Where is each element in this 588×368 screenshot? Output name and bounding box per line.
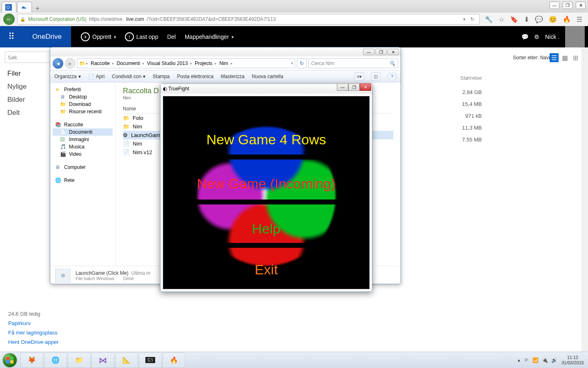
tray-flag-icon[interactable]: 🏳 [524,357,529,363]
crumb[interactable]: Raccolte [89,61,111,66]
chat-icon[interactable]: 💬 [535,16,543,23]
email-button[interactable]: Posta elettronica [177,74,213,79]
face-icon[interactable]: 😊 [549,16,557,23]
tree-music[interactable]: 🎵Musica [53,143,113,150]
page-scrollbar[interactable] [581,47,588,352]
view-details-button[interactable]: ⊞ [571,53,580,62]
taskbar-explorer[interactable]: 📁 [68,352,91,368]
menu-new-game-incoming[interactable]: New Game (Incoming) [163,176,369,192]
tree-documents[interactable]: 📄Documenti [53,128,113,136]
tree-download[interactable]: 📁Download [53,101,113,108]
tree-computer[interactable]: 🖥Computer [53,164,113,171]
taskbar-firefox-dev[interactable]: 🌐 [44,352,67,368]
crumb[interactable]: Projects [193,61,214,66]
user-name[interactable]: Nick . [545,34,559,40]
sharewith-button[interactable]: Condividi con ▾ [112,74,145,79]
tree-libraries[interactable]: 📚Raccolte [53,121,113,128]
explorer-titlebar[interactable]: — ❐ ✕ [50,47,401,56]
reload-icon[interactable]: ↻ [468,16,477,22]
truefight-max-button[interactable]: ❐ [348,83,360,91]
menu-divider [163,243,369,248]
print-button[interactable]: Stampa [153,74,169,79]
taskbar-truefight[interactable]: 🔥 [163,352,185,368]
view-grid-button[interactable]: ▦ [560,53,569,62]
explorer-min-button[interactable]: — [363,49,374,55]
get-apps-link[interactable]: Hent OneDrive-apper [8,339,63,345]
taskbar-app[interactable]: 📐 [115,352,138,368]
menu-new-game-4rows[interactable]: New Game 4 Rows [163,132,369,148]
taskbar-firefox[interactable]: 🦊 [20,352,43,368]
tray-expand-icon[interactable]: ▴ [518,357,520,363]
create-button[interactable]: +Opprett ▾ [81,32,116,41]
truefight-min-button[interactable]: — [337,83,348,91]
menu-icon[interactable]: ☰ [577,16,582,23]
explorer-max-button[interactable]: ❐ [375,49,387,55]
wrench-icon[interactable]: 🔧 [485,16,493,23]
get-storage-link[interactable]: Få mer lagringsplass [8,330,63,336]
explorer-refresh-button[interactable]: ↻ [297,58,307,68]
status-thumbnail: ⚙ [55,269,71,283]
tray-volume-icon[interactable]: 🔊 [551,357,557,363]
clock-date: 31/03/2015 [561,360,584,366]
tree-desktop[interactable]: 🖥Desktop [53,93,113,101]
window-max-button[interactable]: ❐ [563,2,572,9]
newfolder-button[interactable]: Nuova cartella [252,74,283,79]
messages-icon[interactable]: 💬 [521,34,528,40]
crumb[interactable]: Nim [218,61,229,66]
tab-outlook[interactable]: O [2,2,16,12]
explorer-search-input[interactable]: Cerca Nim🔍 [308,58,398,68]
organize-button[interactable]: Organizza ▾ [54,74,81,79]
sidebar-bottom: 24,6 GB ledig Papirkurv Få mer lagringsp… [0,307,71,348]
burn-button[interactable]: Masterizza [221,74,245,79]
folder-actions-button[interactable]: Mappehandlinger ▾ [185,34,233,40]
url-box[interactable]: 🔒 Microsoft Corporation (US) https://one… [17,14,480,25]
window-close-button[interactable]: ✕ [576,2,586,9]
tree-favorites[interactable]: ★Preferiti [53,86,113,93]
share-button[interactable]: Del [167,34,176,40]
tree-network[interactable]: 🌐Rete [53,177,113,184]
size-value: 971 kB [460,110,482,122]
breadcrumb[interactable]: 📁▸ Raccolte▸ Documenti▸ Visual Studio 20… [77,58,295,68]
tree-video[interactable]: 🎬Video [53,150,113,158]
tree-recent[interactable]: 📁Risorse recenti [53,108,113,115]
open-button[interactable]: 📄 Apri [88,74,105,79]
start-button[interactable] [0,352,20,368]
tab-onedrive[interactable] [17,2,32,12]
taskbar-visualstudio[interactable]: ⋈ [91,352,114,368]
upload-button[interactable]: ↑Last opp [125,32,158,41]
url-host: live.com [126,16,144,22]
taskbar-clock[interactable]: 11:12 31/03/2015 [561,355,584,366]
menu-exit[interactable]: Exit [163,262,369,278]
tray-power-icon[interactable]: 🔌 [542,357,548,363]
window-min-button[interactable]: — [550,2,559,9]
onedrive-brand[interactable]: OneDrive [23,26,71,47]
explorer-back-button[interactable]: ◄ [53,58,63,69]
browser-back-button[interactable]: ← [3,13,15,25]
download-icon[interactable]: ⬇ [524,16,529,23]
view-mode-button[interactable]: ≡▾ [355,72,364,81]
explorer-close-button[interactable]: ✕ [388,49,399,55]
star-icon[interactable]: ☆ [499,16,504,23]
taskbar-cmd[interactable]: C:\ [139,352,162,368]
help-button[interactable]: ? [388,72,396,81]
onedrive-header: ⠿ OneDrive +Opprett ▾ ↑Last opp Del Mapp… [0,26,588,47]
recycle-bin-link[interactable]: Papirkurv [8,320,63,326]
preview-pane-button[interactable]: ◫ [371,72,380,81]
settings-icon[interactable]: ⚙ [534,34,539,40]
lock-icon: 🔒 [20,17,26,22]
sort-control[interactable]: Sorter etter: Navn ▾ [513,55,555,61]
crumb[interactable]: Documenti [115,61,142,66]
new-tab-button[interactable]: + [33,5,42,12]
truefight-close-button[interactable]: ✕ [360,83,371,91]
menu-help[interactable]: Help [163,221,369,237]
view-list-button[interactable]: ☰ [550,53,559,62]
dropdown-icon[interactable]: ▾ [463,16,466,22]
tree-pictures[interactable]: 🖼Immagini [53,136,113,143]
tray-network-icon[interactable]: 📶 [532,357,539,363]
truefight-titlebar[interactable]: ◐ TrueFight — ❐ ✕ [160,84,372,94]
crumb[interactable]: Visual Studio 2013 [145,61,189,66]
bookmark-icon[interactable]: 🔖 [510,16,518,23]
flame-icon[interactable]: 🔥 [563,16,571,23]
avatar[interactable] [565,26,585,47]
app-launcher-button[interactable]: ⠿ [0,26,23,47]
